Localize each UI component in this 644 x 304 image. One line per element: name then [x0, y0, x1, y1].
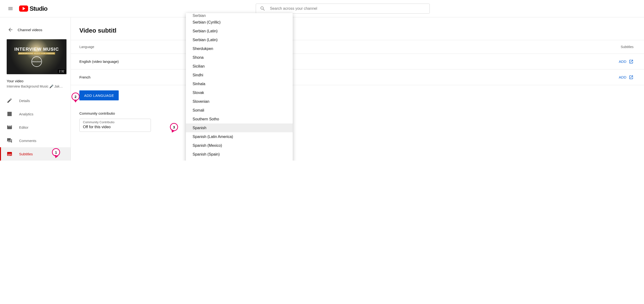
add-language-button[interactable]: ADD LANGUAGE [79, 90, 119, 100]
studio-logo[interactable]: Studio [19, 5, 48, 12]
subtitles-table: Language Title & description Subtitles E… [71, 40, 644, 85]
dropdown-item[interactable]: Spanish (Mexico) [186, 141, 293, 150]
row-status: Published [258, 57, 600, 61]
language-dropdown[interactable]: Serbian Serbian (Cyrillic)Serbian (Latin… [186, 13, 293, 160]
sidebar-item-editor[interactable]: Editor [0, 121, 70, 134]
table-header: Language Title & description Subtitles [71, 40, 644, 54]
logo-text: Studio [30, 5, 48, 12]
search-icon [260, 6, 266, 11]
row-by: by Creator [258, 62, 600, 66]
dropdown-item[interactable]: Serbian (Latin) [186, 27, 293, 35]
video-thumbnail[interactable]: INTERVIEW MUSIC BACKGROUND MUSIC FOR VID… [7, 39, 66, 74]
hamburger-icon [8, 6, 13, 11]
community-header: Community contributio [71, 100, 644, 119]
search-box[interactable] [256, 3, 430, 13]
search-input[interactable] [270, 6, 426, 11]
add-subtitle-button[interactable]: ADD [600, 59, 634, 64]
dropdown-item[interactable]: Serbian (Latin) [186, 35, 293, 44]
sidebar-item-subtitles[interactable]: Subtitles [0, 147, 70, 160]
back-label: Channel videos [18, 28, 42, 32]
add-subtitle-button[interactable]: ADD [600, 75, 634, 80]
pencil-icon [7, 98, 12, 104]
dropdown-item[interactable]: Sicilian [186, 62, 293, 71]
dropdown-item[interactable]: Spanish [186, 124, 293, 132]
comment-icon [7, 138, 12, 144]
annotation-marker-3: 3 [170, 123, 178, 131]
nav-label: Comments [19, 139, 36, 143]
sidebar-nav: Details Analytics Editor Comments Subtit… [0, 94, 70, 160]
row-status: Published [258, 73, 600, 77]
your-video-label: Your video [7, 79, 64, 83]
dropdown-item[interactable]: Sindhi [186, 71, 293, 79]
community-contributions-select[interactable]: Community Contributio Off for this video [79, 119, 151, 132]
thumb-brand: Mewzeek [32, 56, 42, 67]
table-row: English (video language) Published by Cr… [71, 54, 644, 69]
app-header: Studio [0, 0, 644, 17]
add-label: ADD [619, 75, 626, 79]
dropdown-item[interactable]: Serbian (Cyrillic) [186, 18, 293, 27]
dropdown-item[interactable]: Somali [186, 106, 293, 115]
thumb-subtitle: BACKGROUND MUSIC FOR VIDEOS [18, 52, 55, 54]
subtitles-icon [7, 151, 12, 157]
arrow-left-icon [8, 27, 13, 33]
dropdown-item[interactable]: Southern Sotho [186, 115, 293, 124]
thumb-duration: 2:32 [58, 69, 66, 73]
back-button[interactable] [6, 25, 15, 34]
add-label: ADD [619, 59, 626, 63]
thumb-title: INTERVIEW MUSIC [14, 47, 59, 52]
main-content: Video subtitl Language Title & descripti… [71, 17, 644, 160]
dropdown-item[interactable]: Sinhala [186, 79, 293, 88]
open-in-new-icon [629, 59, 634, 64]
clapper-icon [7, 124, 12, 130]
community-box-value: Off for this video [83, 125, 147, 129]
annotation-marker-2: 2 [72, 93, 80, 101]
nav-label: Analytics [19, 112, 33, 116]
open-in-new-icon [629, 75, 634, 80]
dropdown-item[interactable]: Spanish (United States) [186, 159, 293, 160]
menu-button[interactable] [6, 4, 15, 13]
dropdown-item[interactable]: Spanish (Latin America) [186, 132, 293, 141]
col-subtitles: Subtitles [600, 45, 638, 49]
sidebar-item-details[interactable]: Details [0, 94, 70, 107]
col-title-desc: Title & description [258, 45, 600, 49]
sidebar: Channel videos INTERVIEW MUSIC BACKGROUN… [0, 17, 71, 160]
dropdown-item[interactable]: Sherdukpen [186, 44, 293, 53]
sidebar-item-comments[interactable]: Comments [0, 134, 70, 147]
dropdown-item[interactable]: Shona [186, 53, 293, 62]
nav-label: Subtitles [19, 152, 33, 156]
youtube-icon [19, 5, 28, 12]
row-by: by Creator [258, 78, 600, 81]
annotation-marker-1: 1 [52, 148, 60, 156]
sidebar-item-analytics[interactable]: Analytics [0, 107, 70, 121]
page-title: Video subtitl [71, 23, 644, 40]
dropdown-item[interactable]: Serbian [186, 13, 293, 18]
community-box-label: Community Contributio [83, 120, 147, 124]
analytics-icon [7, 111, 12, 117]
table-row: French Published by Creator ADD [71, 69, 644, 85]
video-title: Interview Background Music 🎤 Jak… [7, 84, 64, 88]
dropdown-item[interactable]: Slovak [186, 88, 293, 97]
dropdown-item[interactable]: Slovenian [186, 97, 293, 106]
dropdown-item[interactable]: Spanish (Spain) [186, 150, 293, 159]
nav-label: Details [19, 99, 30, 103]
nav-label: Editor [19, 125, 28, 129]
